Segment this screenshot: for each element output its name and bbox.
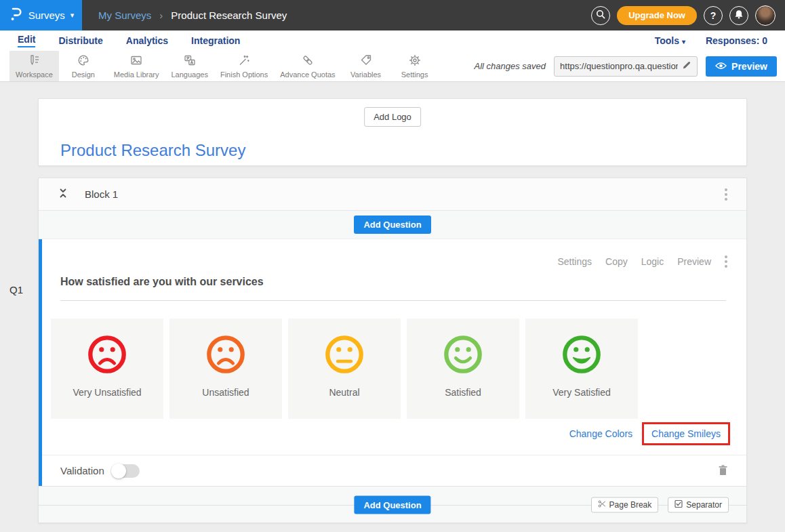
tab-integration[interactable]: Integration	[191, 35, 240, 46]
add-question-row-bottom: Add Question Page Break Separator	[39, 486, 746, 523]
validation-label: Validation	[60, 465, 104, 476]
survey-tabbar: Edit Distribute Analytics Integration To…	[0, 30, 785, 51]
survey-title[interactable]: Product Research Survey	[60, 141, 245, 160]
translate-icon	[183, 54, 197, 68]
page-break-label: Page Break	[609, 500, 652, 510]
breadcrumb-my-surveys[interactable]: My Surveys	[98, 9, 151, 21]
trash-icon	[718, 464, 728, 478]
breadcrumb-current: Product Research Survey	[171, 9, 287, 21]
frown-face-icon	[86, 333, 128, 375]
tool-variables[interactable]: Variables	[342, 51, 390, 81]
tool-label: Media Library	[114, 70, 159, 79]
chevron-down-icon: ▾	[71, 11, 75, 20]
separator-label: Separator	[686, 500, 722, 510]
question-title[interactable]: How satisfied are you with our services	[60, 276, 726, 301]
tab-analytics[interactable]: Analytics	[126, 35, 168, 46]
bell-icon	[734, 9, 744, 21]
add-logo-button[interactable]: Add Logo	[364, 107, 421, 127]
upgrade-now-button[interactable]: Upgrade Now	[617, 6, 697, 25]
tools-menu[interactable]: Tools ▾	[655, 35, 685, 46]
top-navbar: Surveys ▾ My Surveys › Product Research …	[0, 0, 785, 30]
search-icon	[596, 9, 605, 21]
option-very-satisfied[interactable]: Very Satisfied	[525, 319, 638, 419]
user-avatar[interactable]	[755, 5, 776, 26]
option-label: Very Satisfied	[552, 387, 611, 398]
responses-count[interactable]: Responses: 0	[706, 35, 767, 46]
help-button[interactable]: ?	[704, 6, 723, 25]
change-smileys-link[interactable]: Change Smileys	[651, 428, 721, 439]
save-status: All changes saved	[475, 61, 546, 71]
option-satisfied[interactable]: Satisfied	[407, 319, 519, 419]
breadcrumb-separator-icon: ›	[159, 9, 163, 21]
option-label: Unsatisfied	[202, 387, 249, 398]
product-menu[interactable]: Surveys ▾	[0, 0, 82, 30]
tool-languages[interactable]: Languages	[165, 51, 214, 81]
option-unsatisfied[interactable]: Unsatisfied	[169, 319, 282, 419]
delete-question-button[interactable]	[718, 464, 728, 478]
wand-icon	[237, 54, 251, 68]
breadcrumb: My Surveys › Product Research Survey	[98, 9, 287, 21]
tool-settings[interactable]: Settings	[390, 51, 439, 81]
notifications-button[interactable]	[729, 6, 748, 25]
question-preview-link[interactable]: Preview	[677, 256, 711, 267]
search-button[interactable]	[591, 6, 610, 25]
add-question-button-top[interactable]: Add Question	[354, 216, 430, 234]
preview-label: Preview	[731, 61, 767, 72]
frown-face-icon	[205, 333, 247, 375]
survey-header-card: Add Logo Product Research Survey	[38, 98, 747, 166]
add-question-row-top: Add Question	[39, 211, 746, 239]
option-label: Neutral	[329, 387, 359, 398]
navbar-actions: Upgrade Now ?	[591, 5, 776, 26]
add-question-button-bottom[interactable]: Add Question	[354, 495, 430, 514]
block-card: Block 1 Add Question Settings Copy Logic…	[38, 178, 747, 523]
questionpro-logo	[8, 6, 23, 24]
tool-label: Workspace	[16, 70, 53, 79]
question-logic-link[interactable]: Logic	[641, 256, 664, 267]
validation-row: Validation	[42, 455, 746, 486]
toggle-knob	[111, 464, 126, 478]
tool-label: Advance Quotas	[280, 70, 335, 79]
tool-media-library[interactable]: Media Library	[108, 51, 165, 81]
question-actions: Settings Copy Logic Preview	[42, 239, 746, 268]
tool-finish-options[interactable]: Finish Options	[214, 51, 274, 81]
tool-workspace[interactable]: Workspace	[9, 51, 59, 81]
tab-edit[interactable]: Edit	[18, 34, 35, 47]
option-very-unsatisfied[interactable]: Very Unsatisfied	[51, 319, 163, 419]
tools-label: Tools	[655, 35, 679, 46]
palette-icon	[77, 54, 90, 68]
question-card: Settings Copy Logic Preview How satisfie…	[39, 239, 746, 486]
question-links: Change Colors Change Smileys	[42, 422, 730, 445]
question-number-label: Q1	[9, 284, 23, 295]
collapse-block-button[interactable]	[58, 188, 68, 201]
change-colors-link[interactable]: Change Colors	[569, 428, 632, 439]
tab-distribute[interactable]: Distribute	[58, 35, 102, 46]
block-menu-button[interactable]	[725, 188, 727, 201]
annotation-highlight-box: Change Smileys	[642, 422, 730, 445]
question-menu-button[interactable]	[725, 255, 727, 268]
questionpro-survey-editor: Surveys ▾ My Surveys › Product Research …	[0, 0, 785, 532]
tool-label: Settings	[401, 70, 428, 79]
question-settings-link[interactable]: Settings	[557, 256, 592, 267]
block-title[interactable]: Block 1	[85, 188, 118, 200]
separator-button[interactable]: Separator	[668, 497, 729, 512]
edit-url-button[interactable]	[682, 60, 691, 72]
page-break-button[interactable]: Page Break	[591, 497, 659, 512]
grin-face-icon	[561, 333, 603, 375]
product-menu-label: Surveys	[28, 9, 65, 21]
scissors-icon	[598, 499, 606, 510]
kebab-menu-icon	[725, 255, 727, 258]
pencil-icon	[682, 60, 691, 72]
survey-url-input[interactable]	[560, 61, 678, 71]
survey-url-box	[554, 56, 698, 77]
validation-toggle[interactable]	[113, 464, 140, 478]
tabbar-right: Tools ▾ Responses: 0	[655, 35, 767, 46]
option-label: Very Unsatisfied	[73, 387, 141, 398]
option-neutral[interactable]: Neutral	[288, 319, 401, 419]
tool-advance-quotas[interactable]: Advance Quotas	[274, 51, 341, 81]
gear-icon	[408, 54, 422, 68]
tool-design[interactable]: Design	[59, 51, 108, 81]
neutral-face-icon	[323, 333, 365, 375]
preview-button[interactable]: Preview	[706, 56, 777, 77]
collapse-icon	[58, 188, 68, 201]
question-copy-link[interactable]: Copy	[605, 256, 628, 267]
